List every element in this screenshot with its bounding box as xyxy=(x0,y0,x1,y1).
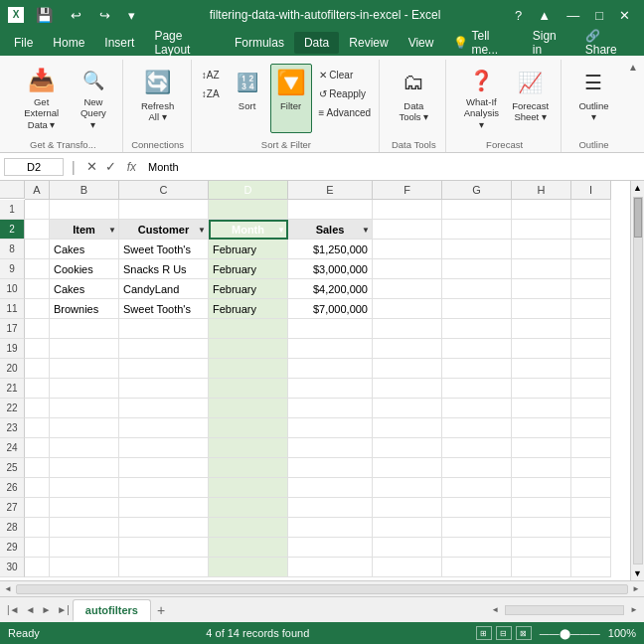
cell-E24[interactable] xyxy=(288,438,373,458)
tab-scroll-right[interactable]: ► xyxy=(38,602,54,617)
filter-button[interactable]: 🔽 Filter xyxy=(270,64,312,133)
cell-D25[interactable] xyxy=(209,458,288,478)
maximize-btn[interactable]: □ xyxy=(589,6,609,25)
cell-reference-box[interactable]: D2 xyxy=(4,158,64,176)
cell-I25[interactable] xyxy=(571,458,611,478)
cell-H8[interactable] xyxy=(512,240,571,259)
row-number-10[interactable]: 10 xyxy=(0,279,25,299)
cell-I30[interactable] xyxy=(571,558,611,577)
cell-B21[interactable] xyxy=(50,379,119,399)
cell-C28[interactable] xyxy=(119,518,209,538)
cell-D27[interactable] xyxy=(209,498,288,518)
cell-A1[interactable] xyxy=(25,200,50,220)
cell-B19[interactable] xyxy=(50,339,119,359)
cell-G8[interactable] xyxy=(442,240,512,259)
cell-E29[interactable] xyxy=(288,538,373,558)
cell-F22[interactable] xyxy=(373,399,442,418)
cell-D24[interactable] xyxy=(209,438,288,458)
cell-A11[interactable] xyxy=(25,299,50,319)
cell-E10[interactable]: $4,200,000 xyxy=(288,279,373,299)
cell-G10[interactable] xyxy=(442,279,512,299)
cell-G2[interactable] xyxy=(442,220,512,240)
cell-B17[interactable] xyxy=(50,319,119,339)
cell-C1[interactable] xyxy=(119,200,209,220)
cell-E11[interactable]: $7,000,000 xyxy=(288,299,373,319)
cell-C23[interactable] xyxy=(119,418,209,438)
cell-F24[interactable] xyxy=(373,438,442,458)
cell-D2-selected[interactable]: Month ▼ xyxy=(209,220,288,240)
row-number-19[interactable]: 19 xyxy=(0,339,25,359)
cell-H28[interactable] xyxy=(512,518,571,538)
cell-E19[interactable] xyxy=(288,339,373,359)
hscroll-track2[interactable] xyxy=(505,605,624,615)
menu-data[interactable]: Data xyxy=(294,32,339,54)
cell-G17[interactable] xyxy=(442,319,512,339)
cell-E20[interactable] xyxy=(288,359,373,379)
cell-E30[interactable] xyxy=(288,558,373,577)
cell-E8[interactable]: $1,250,000 xyxy=(288,240,373,259)
row-number-20[interactable]: 20 xyxy=(0,359,25,379)
cell-A23[interactable] xyxy=(25,418,50,438)
tab-scroll-left[interactable]: ◄ xyxy=(23,602,39,617)
cell-A20[interactable] xyxy=(25,359,50,379)
quick-save[interactable]: 💾 xyxy=(30,5,59,25)
cell-F2[interactable] xyxy=(373,220,442,240)
cell-B9[interactable]: Cookies xyxy=(50,259,119,279)
row-number-28[interactable]: 28 xyxy=(0,518,25,538)
row-number-9[interactable]: 9 xyxy=(0,259,25,279)
cell-F9[interactable] xyxy=(373,259,442,279)
cell-F1[interactable] xyxy=(373,200,442,220)
cell-C19[interactable] xyxy=(119,339,209,359)
cell-C27[interactable] xyxy=(119,498,209,518)
row-number-11[interactable]: 11 xyxy=(0,299,25,319)
cell-H29[interactable] xyxy=(512,538,571,558)
formula-input[interactable] xyxy=(144,159,640,175)
cell-B20[interactable] xyxy=(50,359,119,379)
cell-F28[interactable] xyxy=(373,518,442,538)
cell-H17[interactable] xyxy=(512,319,571,339)
horizontal-scroll-track[interactable] xyxy=(16,584,628,594)
cell-A9[interactable] xyxy=(25,259,50,279)
cell-H20[interactable] xyxy=(512,359,571,379)
cell-A17[interactable] xyxy=(25,319,50,339)
cell-D17[interactable] xyxy=(209,319,288,339)
cell-G30[interactable] xyxy=(442,558,512,577)
cell-B29[interactable] xyxy=(50,538,119,558)
cell-E27[interactable] xyxy=(288,498,373,518)
cell-F11[interactable] xyxy=(373,299,442,319)
cell-F20[interactable] xyxy=(373,359,442,379)
cell-D26[interactable] xyxy=(209,478,288,498)
cell-I28[interactable] xyxy=(571,518,611,538)
add-sheet-btn[interactable]: + xyxy=(153,602,169,618)
cell-H2[interactable] xyxy=(512,220,571,240)
cell-C26[interactable] xyxy=(119,478,209,498)
corner-cell[interactable] xyxy=(0,181,25,199)
cell-H1[interactable] xyxy=(512,200,571,220)
col-header-I[interactable]: I xyxy=(571,181,611,199)
cell-E2-header[interactable]: Sales ▼ xyxy=(288,220,373,240)
cell-D10[interactable]: February xyxy=(209,279,288,299)
cell-G25[interactable] xyxy=(442,458,512,478)
cell-I26[interactable] xyxy=(571,478,611,498)
cell-H23[interactable] xyxy=(512,418,571,438)
menu-formulas[interactable]: Formulas xyxy=(225,32,294,54)
scroll-track-v[interactable] xyxy=(633,197,643,564)
cell-A2[interactable] xyxy=(25,220,50,240)
cell-H26[interactable] xyxy=(512,478,571,498)
cell-I20[interactable] xyxy=(571,359,611,379)
col-header-C[interactable]: C xyxy=(119,181,209,199)
cell-F19[interactable] xyxy=(373,339,442,359)
cell-B23[interactable] xyxy=(50,418,119,438)
cell-D22[interactable] xyxy=(209,399,288,418)
cell-E9[interactable]: $3,000,000 xyxy=(288,259,373,279)
sheet-tab-autofilters[interactable]: autofilters xyxy=(73,599,151,621)
cell-F21[interactable] xyxy=(373,379,442,399)
cell-B27[interactable] xyxy=(50,498,119,518)
cell-E23[interactable] xyxy=(288,418,373,438)
menu-insert[interactable]: Insert xyxy=(94,32,144,54)
cell-A21[interactable] xyxy=(25,379,50,399)
cell-C21[interactable] xyxy=(119,379,209,399)
cell-F23[interactable] xyxy=(373,418,442,438)
col-header-H[interactable]: H xyxy=(512,181,571,199)
cell-D11[interactable]: February xyxy=(209,299,288,319)
